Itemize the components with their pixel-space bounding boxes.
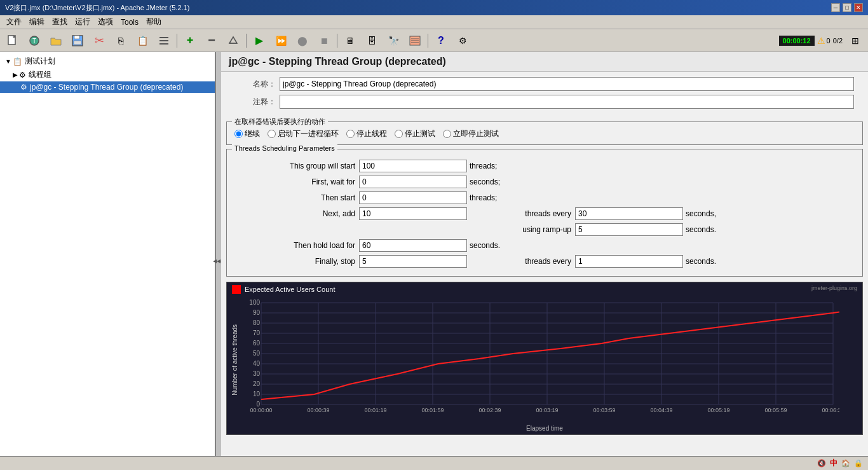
name-label: 名称：	[229, 79, 280, 90]
test-plan-label: 测试计划	[25, 56, 55, 67]
panel-title-text: jp@gc - Stepping Thread Group (deprecate…	[229, 56, 446, 67]
status-mute-icon[interactable]: 🔇	[817, 459, 826, 467]
tree-arrow-test-plan[interactable]: ▼	[5, 58, 11, 65]
radio-stop-now[interactable]	[443, 130, 451, 138]
save-button[interactable]	[67, 32, 88, 50]
hold-label: Then hold load for	[232, 241, 359, 250]
param-wait-input[interactable]	[359, 176, 467, 188]
param-then-start-unit: threads;	[470, 193, 497, 202]
comment-label: 注释：	[229, 97, 280, 107]
warning-icon: ⚠	[817, 36, 825, 46]
copy-button[interactable]: ⎘	[111, 32, 131, 50]
param-wait-unit: seconds;	[470, 177, 500, 186]
stop-input[interactable]	[359, 255, 467, 268]
ramp-label: using ramp-up	[499, 225, 575, 234]
chart-legend-text: Expected Active Users Count	[245, 286, 335, 293]
chart-y-axis-label: Number of active threads	[227, 296, 242, 424]
radio-stop-test[interactable]	[395, 130, 403, 138]
sidebar-collapse-handle[interactable]: ◀◀◀	[216, 52, 221, 470]
status-lang-icon[interactable]: 中	[830, 458, 837, 469]
hold-input[interactable]	[359, 239, 467, 252]
threads-every-label: threads every	[499, 209, 575, 218]
svg-rect-6	[74, 41, 81, 45]
svg-text:T: T	[32, 38, 36, 45]
status-home-icon[interactable]: 🏠	[841, 459, 850, 467]
expand-button[interactable]	[154, 32, 174, 50]
param-then-start-input[interactable]	[359, 191, 467, 204]
log-button[interactable]	[405, 32, 425, 50]
sidebar-item-thread-group[interactable]: ▶ ⚙ 线程组	[0, 68, 215, 81]
run-no-pause-button[interactable]: ⏩	[271, 32, 291, 50]
toolbar-right: 00:00:12 ⚠ 0 0/2 ⊞	[779, 32, 865, 50]
sidebar-item-test-plan[interactable]: ▼ 📋 测试计划	[0, 55, 215, 68]
y-axis-text: Number of active threads	[231, 324, 238, 396]
sidebar: ▼ 📋 测试计划 ▶ ⚙ 线程组 ⚙ jp@gc - Stepping Thre…	[0, 52, 216, 470]
param-start-label: This group will start	[232, 162, 359, 170]
warning-count: 0	[827, 37, 831, 45]
clear-button[interactable]	[223, 32, 243, 50]
menu-file[interactable]: 文件	[3, 16, 25, 28]
params-title: Threads Scheduling Parameters	[232, 144, 337, 152]
paste-button[interactable]: 📋	[132, 32, 153, 50]
error-option-stop-test[interactable]: 停止测试	[395, 128, 435, 139]
status-lock-icon[interactable]: 🔒	[854, 459, 863, 467]
open-template-button[interactable]: T	[24, 32, 44, 50]
param-wait-label: First, wait for	[232, 177, 359, 186]
open-button[interactable]	[46, 32, 66, 50]
error-option-stop-thread[interactable]: 停止线程	[346, 128, 387, 139]
param-next-add-label: Next, add	[232, 209, 359, 218]
maximize-button[interactable]: □	[843, 3, 851, 12]
shutdown-button[interactable]: ⏹	[314, 32, 334, 50]
radio-stop-thread[interactable]	[346, 130, 355, 138]
window-controls: ─ □ ✕	[831, 3, 863, 12]
stop-every-input[interactable]	[575, 255, 683, 268]
param-start-input[interactable]	[359, 160, 467, 172]
menu-search[interactable]: 查找	[48, 16, 71, 28]
name-input[interactable]	[280, 77, 854, 91]
remove-button[interactable]: −	[201, 32, 222, 50]
stepping-group-icon: ⚙	[20, 83, 27, 92]
help-button[interactable]: ?	[431, 32, 451, 50]
error-group-title: 在取样器错误后要执行的动作	[232, 117, 328, 127]
error-option-next-loop[interactable]: 启动下一进程循环	[268, 128, 339, 139]
new-button[interactable]	[3, 32, 23, 50]
error-option-continue[interactable]: 继续	[234, 128, 260, 139]
menu-help[interactable]: 帮助	[142, 16, 165, 28]
sidebar-item-stepping-group[interactable]: ⚙ jp@gc - Stepping Thread Group (depreca…	[0, 81, 215, 93]
menu-options[interactable]: 选项	[94, 16, 117, 28]
radio-next-loop[interactable]	[268, 130, 276, 138]
ramp-input[interactable]	[575, 223, 683, 236]
comment-input[interactable]	[280, 95, 854, 109]
remote-run-button[interactable]: 🖥	[340, 32, 360, 50]
thread-params-group: Threads Scheduling Parameters This group…	[226, 149, 863, 277]
fullscreen-button[interactable]: ⊞	[845, 32, 865, 50]
error-option-stop-now[interactable]: 立即停止测试	[443, 128, 499, 139]
close-button[interactable]: ✕	[854, 3, 863, 12]
binoculars-button[interactable]: 🔭	[383, 32, 403, 50]
threads-every-input[interactable]	[575, 207, 683, 220]
thread-group-icon: ⚙	[19, 71, 26, 79]
minimize-button[interactable]: ─	[831, 3, 840, 12]
radio-continue[interactable]	[234, 130, 243, 138]
separator-1	[177, 34, 177, 48]
timer: 00:00:12	[779, 36, 815, 46]
param-next-add-input[interactable]	[359, 207, 467, 220]
main-layout: ▼ 📋 测试计划 ▶ ⚙ 线程组 ⚙ jp@gc - Stepping Thre…	[0, 52, 868, 470]
panel-title: jp@gc - Stepping Thread Group (deprecate…	[221, 52, 868, 72]
stop-thread-label: 停止线程	[356, 128, 387, 139]
menu-run[interactable]: 运行	[71, 16, 94, 28]
settings-button[interactable]: ⚙	[452, 32, 473, 50]
run-button[interactable]: ▶	[249, 32, 269, 50]
menu-edit[interactable]: 编辑	[25, 16, 48, 28]
stop-button[interactable]: ⬤	[292, 32, 313, 50]
remote-stop-button[interactable]: 🗄	[362, 32, 382, 50]
chart-body: Number of active threads	[227, 296, 862, 424]
tree-arrow-thread-group[interactable]: ▶	[13, 71, 18, 78]
chart-container: Expected Active Users Count jmeter-plugi…	[226, 282, 863, 435]
thread-group-label: 线程组	[29, 69, 51, 80]
add-button[interactable]: +	[180, 32, 200, 50]
menu-tools[interactable]: Tools	[117, 17, 142, 27]
cut-button[interactable]: ✂	[89, 32, 109, 50]
stop-test-label: 停止测试	[405, 128, 435, 139]
x-axis-text: Elapsed time	[526, 425, 563, 432]
